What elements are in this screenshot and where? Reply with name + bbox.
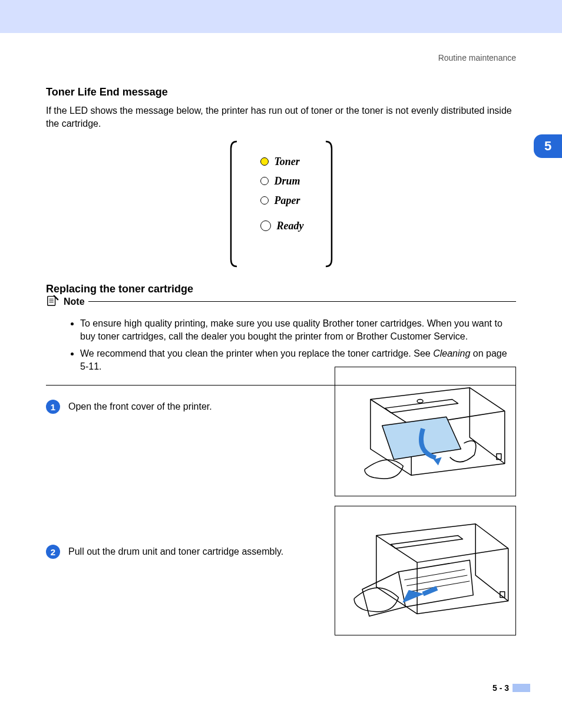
led-label: Drum: [275, 175, 300, 187]
led-indicator-ready: [260, 220, 271, 231]
led-row-ready: Ready: [260, 220, 325, 232]
led-row-drum: Drum: [260, 175, 325, 187]
bracket-left-icon: [230, 139, 238, 269]
step-text: Pull out the drum unit and toner cartrid…: [68, 543, 283, 558]
section-title-replacing: Replacing the toner cartridge: [46, 283, 516, 295]
led-panel-figure: Toner Drum Paper Ready: [230, 139, 333, 269]
cleaning-link[interactable]: Cleaning: [433, 348, 470, 358]
page-number: 5 - 3: [492, 683, 509, 693]
footer-stripe: [513, 684, 530, 692]
section-title-toner-life: Toner Life End message: [46, 86, 516, 98]
led-label: Toner: [275, 156, 300, 168]
led-row-toner: Toner: [260, 156, 325, 168]
led-label: Ready: [277, 220, 304, 232]
led-indicator-paper: [260, 196, 269, 205]
top-banner: [0, 0, 562, 33]
figure-pull-drum: [335, 506, 516, 635]
note-bullet: To ensure high quality printing, make su…: [80, 317, 516, 344]
step-badge: 1: [46, 400, 60, 414]
note-header: Note: [46, 294, 88, 309]
step-badge: 2: [46, 545, 60, 559]
figure-column: [335, 367, 516, 645]
svg-rect-2: [497, 454, 501, 460]
svg-point-1: [417, 400, 423, 403]
note-bullet-pre: We recommend that you clean the printer …: [80, 348, 433, 358]
note-icon: [46, 294, 59, 309]
led-label: Paper: [275, 195, 300, 207]
bracket-right-icon: [325, 139, 333, 269]
led-indicator-drum: [260, 177, 269, 185]
figure-open-cover: [335, 367, 516, 496]
step-text: Open the front cover of the printer.: [68, 398, 212, 413]
toner-life-paragraph: If the LED shows the message below, the …: [46, 104, 516, 131]
note-label: Note: [64, 297, 85, 307]
running-header: Routine maintenance: [46, 53, 516, 62]
page-footer: 5 - 3: [492, 683, 530, 693]
note-list: To ensure high quality printing, make su…: [46, 317, 516, 374]
led-items: Toner Drum Paper Ready: [260, 156, 325, 239]
led-indicator-toner: [260, 157, 269, 166]
led-row-paper: Paper: [260, 195, 325, 207]
